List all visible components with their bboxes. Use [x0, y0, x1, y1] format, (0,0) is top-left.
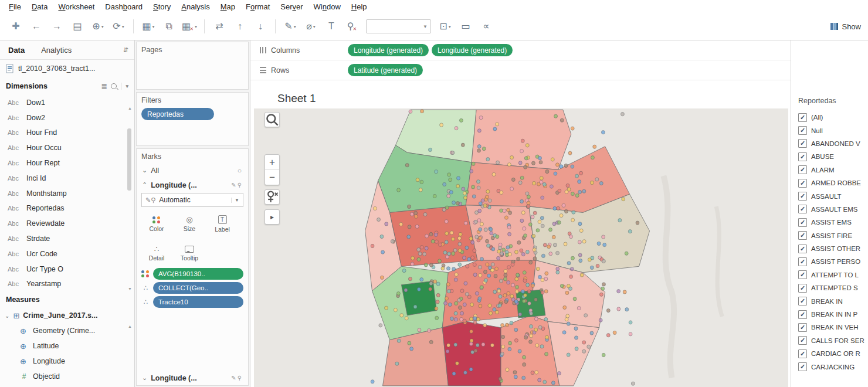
- pane-sort-icon[interactable]: ⇵: [123, 46, 128, 54]
- measure-field-geometry-crime-[interactable]: ⊕Geometry (Crime...: [0, 323, 134, 338]
- field-pill-longitude-generated-[interactable]: Longitude (generated): [432, 44, 513, 56]
- checkbox[interactable]: ✓: [798, 310, 807, 319]
- dimension-field-monthstamp[interactable]: AbcMonthstamp: [0, 186, 134, 201]
- pane-menu-caret-icon[interactable]: ▾: [126, 83, 128, 89]
- fix-axes-icon[interactable]: ⚲✕: [342, 18, 362, 35]
- checkbox[interactable]: ✓: [798, 126, 807, 135]
- map-view[interactable]: + − ▸: [254, 108, 788, 387]
- map-pin-reset-button[interactable]: [265, 189, 280, 205]
- scrollbar-up-icon[interactable]: ▲: [128, 106, 132, 110]
- save-icon[interactable]: ▤: [67, 18, 87, 35]
- checkbox[interactable]: ✓: [798, 257, 807, 266]
- menu-analysis[interactable]: Analysis: [176, 1, 215, 12]
- dimension-field-dow1[interactable]: AbcDow1: [0, 95, 134, 110]
- color-button[interactable]: Color: [144, 212, 169, 236]
- marks-all-row[interactable]: ⌄ All ○: [137, 163, 248, 178]
- checkbox[interactable]: ✓: [798, 192, 807, 201]
- find-field-icon[interactable]: [111, 83, 117, 89]
- tableau-logo-icon[interactable]: ✚: [6, 18, 26, 35]
- filter-item-assist-ems[interactable]: ✓ASSIST EMS: [791, 216, 868, 229]
- filter-item-assist-perso[interactable]: ✓ASSIST PERSO: [791, 255, 868, 268]
- dimension-field-ucr-code[interactable]: AbcUcr Code: [0, 246, 134, 262]
- scrollbar-down-icon[interactable]: ▼: [128, 287, 132, 291]
- measure-field-longitude[interactable]: ⊕Longitude: [0, 354, 134, 369]
- map-search-button[interactable]: [265, 112, 280, 127]
- checkbox[interactable]: ✓: [798, 205, 807, 213]
- sort-descending-icon[interactable]: ↓: [250, 18, 270, 35]
- fit-selector-icon[interactable]: ⊡▾: [435, 18, 455, 35]
- dimension-field-strdate[interactable]: AbcStrdate: [0, 231, 134, 246]
- filter-item-calls-for-ser[interactable]: ✓CALLS FOR SER: [791, 334, 868, 347]
- filter-item-assist-fire[interactable]: ✓ASSIST FIRE: [791, 229, 868, 242]
- presentation-mode-icon[interactable]: ▭: [456, 18, 476, 35]
- field-pill-collect-geo-[interactable]: COLLECT(Geo..: [153, 282, 243, 294]
- checkbox[interactable]: ✓: [798, 165, 807, 174]
- show-me-button[interactable]: Show: [830, 22, 862, 31]
- highlight-icon[interactable]: ✎▾: [280, 18, 300, 35]
- collapse-caret-icon[interactable]: ⌄: [5, 313, 9, 319]
- marks-bottom-layer-row[interactable]: ⌄ Longitude (... ✎⚲: [137, 371, 248, 385]
- menu-file[interactable]: File: [4, 1, 26, 12]
- filter-item--all-[interactable]: ✓(All): [791, 111, 868, 124]
- text-label-icon[interactable]: T: [321, 18, 341, 35]
- checkbox[interactable]: ✓: [798, 231, 807, 240]
- measures-scrollbar-up-icon[interactable]: ▲: [128, 324, 132, 328]
- filter-item-abuse[interactable]: ✓ABUSE: [791, 150, 868, 163]
- menu-dashboard[interactable]: Dashboard: [100, 1, 148, 12]
- menu-data[interactable]: Data: [26, 1, 53, 12]
- checkbox[interactable]: ✓: [798, 139, 807, 148]
- filter-item-break-in-veh[interactable]: ✓BREAK IN VEH: [791, 321, 868, 334]
- checkbox[interactable]: ✓: [798, 336, 807, 345]
- new-worksheet-icon[interactable]: ▦▾: [138, 18, 158, 35]
- menu-story[interactable]: Story: [148, 1, 176, 12]
- checkbox[interactable]: ✓: [798, 362, 807, 371]
- sort-ascending-icon[interactable]: ↑: [230, 18, 250, 35]
- checkbox[interactable]: ✓: [798, 297, 807, 305]
- tab-analytics[interactable]: Analytics: [33, 46, 80, 55]
- undo-icon[interactable]: ←: [26, 18, 46, 35]
- dimension-field-reviewdate[interactable]: AbcReviewdate: [0, 216, 134, 231]
- dimension-field-yearstamp[interactable]: AbcYearstamp: [0, 277, 134, 292]
- filter-item-abandoned-v[interactable]: ✓ABANDONED V: [791, 137, 868, 150]
- datasource-item[interactable]: tl_2010_37063_tract1...: [0, 60, 134, 77]
- new-datasource-icon[interactable]: ⊕▾: [88, 18, 108, 35]
- redo-icon[interactable]: →: [47, 18, 67, 35]
- field-pill-tractce10[interactable]: Tractce10: [153, 296, 243, 308]
- tab-data[interactable]: Data: [0, 46, 33, 55]
- checkbox[interactable]: ✓: [798, 113, 807, 122]
- scrollbar-thumb[interactable]: [127, 128, 131, 191]
- rows-shelf[interactable]: Rows Latitude (generated): [250, 60, 791, 80]
- filter-item-null[interactable]: ✓Null: [791, 124, 868, 137]
- menu-window[interactable]: Window: [308, 1, 346, 12]
- dimension-field-inci-id[interactable]: AbcInci Id: [0, 171, 134, 186]
- field-pill-avg-b190130-[interactable]: AVG(B190130..: [153, 268, 243, 280]
- filter-item-armed-robbe[interactable]: ✓ARMED ROBBE: [791, 176, 868, 189]
- detail-button[interactable]: ∴Detail: [144, 241, 169, 266]
- checkbox[interactable]: ✓: [798, 270, 807, 279]
- mark-type-select[interactable]: ✎⚲ Automatic ▼: [141, 193, 243, 207]
- filter-item-assault-ems[interactable]: ✓ASSAULT EMS: [791, 203, 868, 216]
- menu-worksheet[interactable]: Worksheet: [53, 1, 100, 12]
- checkbox[interactable]: ✓: [798, 152, 807, 161]
- filter-item-attempted-s[interactable]: ✓ATTEMPTED S: [791, 281, 868, 294]
- dimension-field-ucr-type-o[interactable]: AbcUcr Type O: [0, 262, 134, 277]
- dimension-field-hour-occu[interactable]: AbcHour Occu: [0, 140, 134, 155]
- columns-shelf[interactable]: Columns Longitude (generated)Longitude (…: [250, 40, 791, 60]
- zoom-out-button[interactable]: −: [265, 170, 279, 185]
- checkbox[interactable]: ✓: [798, 349, 807, 358]
- checkbox[interactable]: ✓: [798, 218, 807, 227]
- filter-item-attempt-to-l[interactable]: ✓ATTEMPT TO L: [791, 269, 868, 281]
- menu-format[interactable]: Format: [240, 1, 275, 12]
- measure-field-latitude[interactable]: ⊕Latitude: [0, 338, 134, 354]
- marks-layer-row[interactable]: ⌃ Longitude (... ✎⚲: [137, 178, 248, 192]
- menu-help[interactable]: Help: [346, 1, 372, 12]
- menu-map[interactable]: Map: [215, 1, 240, 12]
- filter-item-alarm[interactable]: ✓ALARM: [791, 164, 868, 176]
- filter-item-assist-other[interactable]: ✓ASSIST OTHER: [791, 242, 868, 255]
- checkbox[interactable]: ✓: [798, 179, 807, 188]
- field-pill-latitude-generated-[interactable]: Latitude (generated): [348, 64, 423, 76]
- map-toolbar-expand-button[interactable]: ▸: [265, 209, 280, 225]
- toolbar-combobox[interactable]: ▼: [366, 19, 431, 33]
- swap-axes-icon[interactable]: ⇄: [209, 18, 229, 35]
- filter-item-assault[interactable]: ✓ASSAULT: [791, 189, 868, 202]
